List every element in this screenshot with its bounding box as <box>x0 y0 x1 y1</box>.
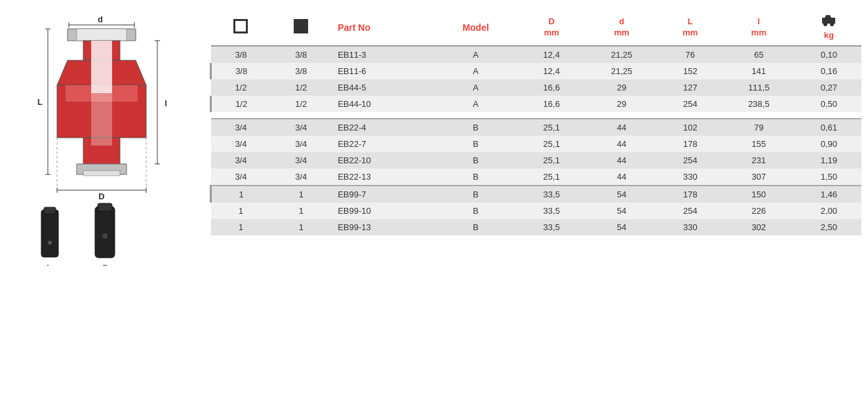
table-cell: 33,5 <box>519 186 584 203</box>
L-header: Lmm <box>660 10 721 46</box>
table-cell: 54 <box>584 203 660 219</box>
table-cell: 1/2 <box>211 79 271 96</box>
table-cell: B <box>433 186 519 203</box>
table-cell: 2,00 <box>797 203 861 219</box>
table-cell: EB22-4 <box>331 119 432 136</box>
table-cell: 111,5 <box>721 79 797 96</box>
table-cell: 21,25 <box>584 46 660 63</box>
table-cell: A <box>433 96 519 112</box>
table-cell: 1 <box>271 203 331 219</box>
table-cell: A <box>433 63 519 79</box>
table-cell: 29 <box>584 79 660 96</box>
table-cell: 254 <box>660 96 721 112</box>
table-cell: 33,5 <box>519 219 584 235</box>
table-cell: 25,1 <box>519 169 584 186</box>
table-cell: 33,5 <box>519 203 584 219</box>
table-cell: 1 <box>211 219 271 235</box>
table-cell: 254 <box>660 203 721 219</box>
table-cell: 178 <box>660 186 721 203</box>
table-cell: 1,46 <box>797 186 861 203</box>
weight-header: kg <box>797 10 861 46</box>
table-cell: 16,6 <box>519 79 584 96</box>
table-cell: 44 <box>584 136 660 152</box>
table-cell: EB99-7 <box>331 186 432 203</box>
table-cell: 141 <box>721 63 797 79</box>
table-cell: B <box>433 203 519 219</box>
svg-rect-29 <box>41 210 58 257</box>
table-cell: 44 <box>584 152 660 169</box>
table-cell: 3/8 <box>271 63 331 79</box>
svg-point-38 <box>823 22 827 26</box>
table-cell: 1/2 <box>211 96 271 112</box>
svg-marker-37 <box>822 15 835 24</box>
table-cell: 21,25 <box>584 63 660 79</box>
table-cell: 1/2 <box>271 96 331 112</box>
svg-point-39 <box>830 22 834 26</box>
table-cell: 226 <box>721 203 797 219</box>
table-row: 11EB99-10B33,5542542262,00 <box>211 203 862 219</box>
table-cell: 54 <box>584 219 660 235</box>
table-cell: 1 <box>211 186 271 203</box>
table-cell: EB99-10 <box>331 203 432 219</box>
table-cell: 254 <box>660 152 721 169</box>
svg-text:l: l <box>165 98 167 108</box>
table-row: 1/21/2EB44-10A16,629254238,50,50 <box>211 96 862 112</box>
table-cell: 12,4 <box>519 63 584 79</box>
d-header: dmm <box>584 10 660 46</box>
table-cell: 25,1 <box>519 152 584 169</box>
table-cell: 1,19 <box>797 152 861 169</box>
table-header-row: Part No Model Dmm dmm Lmm lmm <box>211 10 862 46</box>
part-no-header: Part No <box>331 10 432 46</box>
table-cell: 231 <box>721 152 797 169</box>
table-row: 3/83/8EB11-6A12,421,251521410,16 <box>211 63 862 79</box>
group-separator <box>211 112 862 119</box>
table-cell: 3/4 <box>211 119 271 136</box>
table-cell: 54 <box>584 186 660 203</box>
col1-icon-header <box>211 10 271 46</box>
svg-rect-34 <box>98 203 112 211</box>
table-cell: 3/4 <box>271 119 331 136</box>
table-cell: 1 <box>271 186 331 203</box>
table-cell: 330 <box>660 219 721 235</box>
table-cell: 150 <box>721 186 797 203</box>
svg-rect-12 <box>83 170 120 176</box>
technical-drawing: d L <box>30 13 174 266</box>
table-cell: EB44-5 <box>331 79 432 96</box>
table-cell: 16,6 <box>519 96 584 112</box>
table-cell: B <box>433 136 519 152</box>
table-cell: 307 <box>721 169 797 186</box>
table-cell: 1 <box>211 203 271 219</box>
table-cell: B <box>433 219 519 235</box>
svg-text:A: A <box>45 263 51 266</box>
table-cell: EB22-7 <box>331 136 432 152</box>
table-cell: 0,61 <box>797 119 861 136</box>
table-cell: 44 <box>584 169 660 186</box>
table-cell: 1 <box>271 219 331 235</box>
right-panel: Part No Model Dmm dmm Lmm lmm <box>210 7 861 393</box>
table-cell: 79 <box>721 119 797 136</box>
table-row: 1/21/2EB44-5A16,629127111,50,27 <box>211 79 862 96</box>
table-cell: 152 <box>660 63 721 79</box>
table-cell: 29 <box>584 96 660 112</box>
table-cell: 0,10 <box>797 46 861 63</box>
table-cell: A <box>433 46 519 63</box>
table-cell: 155 <box>721 136 797 152</box>
table-cell: 76 <box>660 46 721 63</box>
main-container: d L <box>0 0 868 400</box>
D-header: Dmm <box>519 10 584 46</box>
svg-rect-5 <box>77 29 127 41</box>
table-cell: 3/4 <box>211 169 271 186</box>
table-cell: 0,50 <box>797 96 861 112</box>
table-cell: 44 <box>584 119 660 136</box>
table-cell: B <box>433 152 519 169</box>
table-cell: 127 <box>660 79 721 96</box>
table-cell: 3/4 <box>271 152 331 169</box>
table-cell: B <box>433 119 519 136</box>
table-cell: 0,90 <box>797 136 861 152</box>
table-row: 3/43/4EB22-10B25,1442542311,19 <box>211 152 862 169</box>
svg-text:L: L <box>37 97 43 107</box>
table-cell: 0,27 <box>797 79 861 96</box>
table-cell: 302 <box>721 219 797 235</box>
table-cell: 3/4 <box>271 169 331 186</box>
table-cell: EB22-13 <box>331 169 432 186</box>
